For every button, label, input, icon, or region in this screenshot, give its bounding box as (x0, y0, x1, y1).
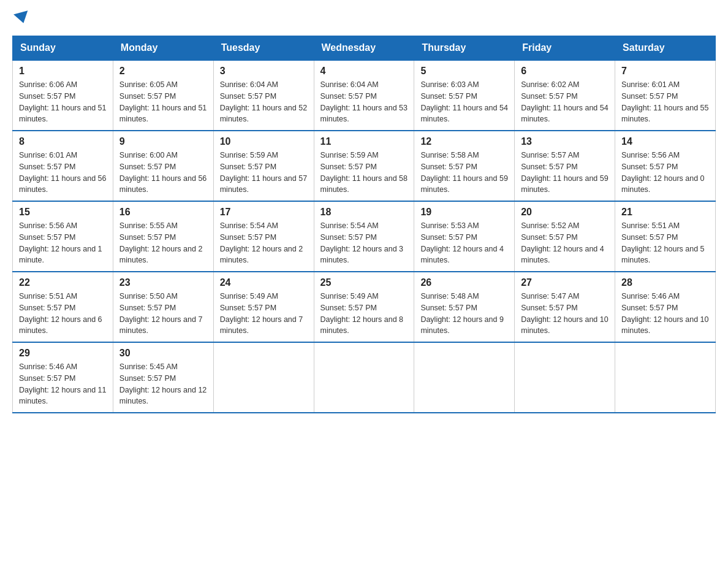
day-number: 17 (220, 207, 308, 218)
day-number: 24 (220, 277, 308, 288)
calendar-cell: 22 Sunrise: 5:51 AMSunset: 5:57 PMDaylig… (13, 272, 113, 342)
calendar-cell (515, 342, 615, 413)
calendar-cell: 16 Sunrise: 5:55 AMSunset: 5:57 PMDaylig… (113, 201, 213, 272)
calendar-cell: 11 Sunrise: 5:59 AMSunset: 5:57 PMDaylig… (314, 131, 414, 201)
day-number: 7 (621, 66, 709, 77)
day-number: 29 (19, 348, 107, 359)
calendar-week-row: 15 Sunrise: 5:56 AMSunset: 5:57 PMDaylig… (13, 201, 716, 272)
day-info: Sunrise: 5:45 AMSunset: 5:57 PMDaylight:… (119, 362, 207, 405)
day-info: Sunrise: 5:58 AMSunset: 5:57 PMDaylight:… (420, 151, 507, 194)
day-number: 8 (19, 136, 107, 147)
calendar-cell: 15 Sunrise: 5:56 AMSunset: 5:57 PMDaylig… (13, 201, 113, 272)
weekday-header-saturday: Saturday (615, 36, 716, 61)
calendar-cell: 7 Sunrise: 6:01 AMSunset: 5:57 PMDayligh… (615, 60, 716, 131)
day-number: 14 (621, 136, 709, 147)
weekday-header-tuesday: Tuesday (213, 36, 314, 61)
day-info: Sunrise: 5:51 AMSunset: 5:57 PMDaylight:… (19, 292, 102, 335)
day-number: 13 (521, 136, 609, 147)
calendar-cell: 17 Sunrise: 5:54 AMSunset: 5:57 PMDaylig… (213, 201, 314, 272)
day-number: 3 (220, 66, 308, 77)
calendar-cell: 30 Sunrise: 5:45 AMSunset: 5:57 PMDaylig… (113, 342, 213, 413)
day-number: 5 (420, 66, 508, 77)
day-info: Sunrise: 5:49 AMSunset: 5:57 PMDaylight:… (220, 292, 303, 335)
day-number: 26 (420, 277, 508, 288)
calendar-cell: 6 Sunrise: 6:02 AMSunset: 5:57 PMDayligh… (515, 60, 615, 131)
day-info: Sunrise: 6:02 AMSunset: 5:57 PMDaylight:… (521, 80, 608, 123)
calendar-cell: 4 Sunrise: 6:04 AMSunset: 5:57 PMDayligh… (314, 60, 414, 131)
day-info: Sunrise: 5:46 AMSunset: 5:57 PMDaylight:… (19, 362, 106, 405)
day-info: Sunrise: 5:46 AMSunset: 5:57 PMDaylight:… (621, 292, 708, 335)
calendar-cell: 2 Sunrise: 6:05 AMSunset: 5:57 PMDayligh… (113, 60, 213, 131)
day-info: Sunrise: 5:48 AMSunset: 5:57 PMDaylight:… (420, 292, 504, 335)
day-number: 27 (521, 277, 609, 288)
weekday-header-wednesday: Wednesday (314, 36, 414, 61)
day-info: Sunrise: 5:53 AMSunset: 5:57 PMDaylight:… (420, 221, 504, 264)
calendar-cell: 12 Sunrise: 5:58 AMSunset: 5:57 PMDaylig… (414, 131, 515, 201)
calendar-cell: 5 Sunrise: 6:03 AMSunset: 5:57 PMDayligh… (414, 60, 515, 131)
day-info: Sunrise: 6:04 AMSunset: 5:57 PMDaylight:… (220, 80, 307, 123)
weekday-header-thursday: Thursday (414, 36, 515, 61)
day-info: Sunrise: 5:54 AMSunset: 5:57 PMDaylight:… (220, 221, 303, 264)
day-number: 20 (521, 207, 609, 218)
calendar-cell: 28 Sunrise: 5:46 AMSunset: 5:57 PMDaylig… (615, 272, 716, 342)
day-number: 22 (19, 277, 107, 288)
calendar-cell: 9 Sunrise: 6:00 AMSunset: 5:57 PMDayligh… (113, 131, 213, 201)
calendar-cell: 13 Sunrise: 5:57 AMSunset: 5:57 PMDaylig… (515, 131, 615, 201)
calendar-cell: 14 Sunrise: 5:56 AMSunset: 5:57 PMDaylig… (615, 131, 716, 201)
day-info: Sunrise: 5:56 AMSunset: 5:57 PMDaylight:… (621, 151, 705, 194)
calendar-cell: 23 Sunrise: 5:50 AMSunset: 5:57 PMDaylig… (113, 272, 213, 342)
calendar-cell: 25 Sunrise: 5:49 AMSunset: 5:57 PMDaylig… (314, 272, 414, 342)
day-info: Sunrise: 6:04 AMSunset: 5:57 PMDaylight:… (320, 80, 408, 123)
day-info: Sunrise: 5:59 AMSunset: 5:57 PMDaylight:… (320, 151, 408, 194)
day-info: Sunrise: 5:51 AMSunset: 5:57 PMDaylight:… (621, 221, 705, 264)
day-info: Sunrise: 6:01 AMSunset: 5:57 PMDaylight:… (19, 151, 106, 194)
day-number: 16 (119, 207, 207, 218)
calendar-cell: 29 Sunrise: 5:46 AMSunset: 5:57 PMDaylig… (13, 342, 113, 413)
calendar-cell: 3 Sunrise: 6:04 AMSunset: 5:57 PMDayligh… (213, 60, 314, 131)
calendar-week-row: 8 Sunrise: 6:01 AMSunset: 5:57 PMDayligh… (13, 131, 716, 201)
weekday-header-sunday: Sunday (13, 36, 113, 61)
day-info: Sunrise: 5:59 AMSunset: 5:57 PMDaylight:… (220, 151, 307, 194)
day-info: Sunrise: 5:56 AMSunset: 5:57 PMDaylight:… (19, 221, 102, 264)
day-number: 10 (220, 136, 308, 147)
calendar-cell: 26 Sunrise: 5:48 AMSunset: 5:57 PMDaylig… (414, 272, 515, 342)
calendar-week-row: 1 Sunrise: 6:06 AMSunset: 5:57 PMDayligh… (13, 60, 716, 131)
calendar-cell (314, 342, 414, 413)
logo (12, 12, 29, 23)
calendar-cell: 20 Sunrise: 5:52 AMSunset: 5:57 PMDaylig… (515, 201, 615, 272)
calendar-week-row: 29 Sunrise: 5:46 AMSunset: 5:57 PMDaylig… (13, 342, 716, 413)
calendar-cell: 27 Sunrise: 5:47 AMSunset: 5:57 PMDaylig… (515, 272, 615, 342)
day-number: 15 (19, 207, 107, 218)
day-number: 4 (320, 66, 408, 77)
calendar-header-row: SundayMondayTuesdayWednesdayThursdayFrid… (13, 36, 716, 61)
page-header (12, 12, 716, 23)
day-info: Sunrise: 6:03 AMSunset: 5:57 PMDaylight:… (420, 80, 507, 123)
calendar-cell (414, 342, 515, 413)
day-info: Sunrise: 5:47 AMSunset: 5:57 PMDaylight:… (521, 292, 608, 335)
day-info: Sunrise: 5:52 AMSunset: 5:57 PMDaylight:… (521, 221, 604, 264)
day-info: Sunrise: 5:54 AMSunset: 5:57 PMDaylight:… (320, 221, 404, 264)
day-number: 1 (19, 66, 107, 77)
day-number: 6 (521, 66, 609, 77)
calendar-cell: 8 Sunrise: 6:01 AMSunset: 5:57 PMDayligh… (13, 131, 113, 201)
day-number: 25 (320, 277, 408, 288)
day-number: 18 (320, 207, 408, 218)
calendar-table: SundayMondayTuesdayWednesdayThursdayFrid… (12, 36, 716, 413)
day-info: Sunrise: 5:49 AMSunset: 5:57 PMDaylight:… (320, 292, 404, 335)
calendar-cell: 21 Sunrise: 5:51 AMSunset: 5:57 PMDaylig… (615, 201, 716, 272)
day-number: 19 (420, 207, 508, 218)
calendar-cell (213, 342, 314, 413)
calendar-cell: 19 Sunrise: 5:53 AMSunset: 5:57 PMDaylig… (414, 201, 515, 272)
day-number: 21 (621, 207, 709, 218)
day-info: Sunrise: 6:05 AMSunset: 5:57 PMDaylight:… (119, 80, 207, 123)
day-info: Sunrise: 5:57 AMSunset: 5:57 PMDaylight:… (521, 151, 608, 194)
day-number: 30 (119, 348, 207, 359)
calendar-cell: 1 Sunrise: 6:06 AMSunset: 5:57 PMDayligh… (13, 60, 113, 131)
day-info: Sunrise: 6:00 AMSunset: 5:57 PMDaylight:… (119, 151, 207, 194)
day-number: 2 (119, 66, 207, 77)
day-info: Sunrise: 5:50 AMSunset: 5:57 PMDaylight:… (119, 292, 203, 335)
day-number: 9 (119, 136, 207, 147)
calendar-cell (615, 342, 716, 413)
weekday-header-monday: Monday (113, 36, 213, 61)
logo-triangle-icon (13, 10, 31, 25)
